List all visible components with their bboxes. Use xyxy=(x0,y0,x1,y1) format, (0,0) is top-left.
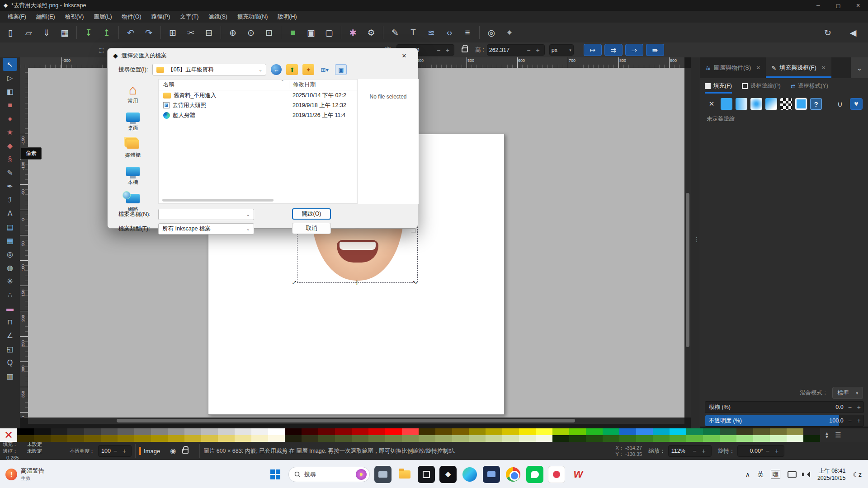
palette-swatch[interactable] xyxy=(728,428,737,435)
blend-mode-select[interactable]: 標準 ▾ xyxy=(832,387,863,399)
tool-calligraphy[interactable]: ℐ xyxy=(3,193,17,206)
preview-pane-button[interactable]: ▣ xyxy=(335,64,347,75)
tool-pencil[interactable]: ✎ xyxy=(3,166,17,179)
mail-app-icon[interactable] xyxy=(483,466,500,483)
palette-swatch[interactable] xyxy=(494,428,503,435)
palette-swatch[interactable] xyxy=(812,428,821,435)
print-icon[interactable]: ▦ xyxy=(56,24,73,41)
palette-swatch[interactable] xyxy=(528,435,536,442)
palette-swatch[interactable] xyxy=(736,428,745,435)
palette-swatch[interactable] xyxy=(778,435,787,442)
filename-input[interactable]: ⌄ xyxy=(158,209,254,220)
palette-swatch[interactable] xyxy=(93,435,101,442)
palette-swatch[interactable] xyxy=(578,435,586,442)
palette-swatch[interactable] xyxy=(419,435,427,442)
palette-swatch[interactable] xyxy=(787,428,795,435)
maximize-button[interactable]: ▢ xyxy=(828,0,848,11)
palette-swatch[interactable] xyxy=(645,435,653,442)
palette-swatch[interactable] xyxy=(661,435,670,442)
file-explorer-icon[interactable] xyxy=(396,466,413,483)
palette-swatch[interactable] xyxy=(661,428,670,435)
palette-swatch[interactable] xyxy=(293,435,302,442)
weather-widget[interactable]: ! 高溫警告 生效 xyxy=(0,467,86,482)
palette-swatch[interactable] xyxy=(569,435,578,442)
width-plus[interactable]: + xyxy=(443,47,452,54)
palette-swatch[interactable] xyxy=(762,428,770,435)
address-chevron-icon[interactable]: ⌄ xyxy=(259,67,262,72)
close-button[interactable]: ✕ xyxy=(848,0,868,11)
filename-chevron-icon[interactable]: ⌄ xyxy=(246,212,250,217)
subtab-stroke-style[interactable]: ⇄ 邊框樣式(Y) xyxy=(791,78,828,94)
palette-swatch[interactable] xyxy=(76,428,85,435)
palette-swatch[interactable] xyxy=(126,435,135,442)
palette-swatch[interactable] xyxy=(461,435,469,442)
palette-swatch[interactable] xyxy=(745,428,754,435)
back-button[interactable]: ← xyxy=(271,64,282,75)
palette-swatch[interactable] xyxy=(410,435,419,442)
palette-swatch[interactable] xyxy=(318,428,327,435)
palette-swatch[interactable] xyxy=(502,435,511,442)
palette-swatch[interactable] xyxy=(594,428,603,435)
palette-swatch[interactable] xyxy=(461,428,469,435)
tool-bezier-pen[interactable]: ✒ xyxy=(3,180,17,193)
minimize-button[interactable]: ─ xyxy=(808,0,828,11)
palette-swatch[interactable] xyxy=(184,435,193,442)
search-placeholder[interactable]: 搜尋 xyxy=(304,470,316,479)
menu-檔案(F)[interactable]: 檔案(F) xyxy=(3,11,31,23)
filetype-select[interactable]: 所有 Inkscape 檔案 ⌄ xyxy=(158,223,254,235)
palette-swatch[interactable] xyxy=(636,428,645,435)
flat-color-button[interactable] xyxy=(721,98,732,110)
palette-swatch[interactable] xyxy=(226,435,235,442)
palette-swatch[interactable] xyxy=(619,428,628,435)
palette-swatch[interactable] xyxy=(778,428,787,435)
fill-bounded-area-icon[interactable]: ■ xyxy=(284,24,302,41)
palette-swatch[interactable] xyxy=(243,435,252,442)
palette-swatch[interactable] xyxy=(653,435,661,442)
palette-swatch[interactable] xyxy=(586,435,594,442)
chrome-icon[interactable] xyxy=(505,466,522,483)
dock-resize-grip[interactable]: ⋮ xyxy=(691,57,700,442)
no-color-swatch[interactable]: ✕ xyxy=(0,428,17,442)
file-name-cell[interactable]: 舊資料_不用進入 xyxy=(159,92,289,99)
palette-swatch[interactable] xyxy=(84,428,93,435)
palette-swatch[interactable] xyxy=(201,428,210,435)
palette-swatch[interactable] xyxy=(762,435,770,442)
palette-swatch[interactable] xyxy=(736,435,745,442)
sidebar-item-pc[interactable]: 本機 xyxy=(126,165,140,186)
palette-swatch[interactable] xyxy=(260,428,269,435)
palette-swatch[interactable] xyxy=(695,428,703,435)
palette-swatch[interactable] xyxy=(536,435,544,442)
palette-swatch[interactable] xyxy=(670,428,678,435)
palette-swatch[interactable] xyxy=(235,435,243,442)
palette-swatch[interactable] xyxy=(803,435,812,442)
palette-swatch[interactable] xyxy=(803,428,812,435)
palette-menu-icon[interactable]: ☰ xyxy=(832,428,844,442)
palette-swatch[interactable] xyxy=(703,428,712,435)
photos-app-icon[interactable] xyxy=(418,466,435,483)
open-button[interactable]: 開啟(O) xyxy=(292,208,331,220)
dock-chevron-icon[interactable]: ⌄ xyxy=(851,57,868,78)
menu-濾鏡(S)[interactable]: 濾鏡(S) xyxy=(203,11,232,23)
file-name-cell[interactable]: 超人身體 xyxy=(159,112,289,119)
import-icon[interactable]: ↧ xyxy=(80,24,97,41)
palette-swatch[interactable] xyxy=(360,428,369,435)
palette-swatch[interactable] xyxy=(59,428,68,435)
palette-swatch[interactable] xyxy=(210,435,218,442)
palette-swatch[interactable] xyxy=(176,428,185,435)
search-highlight-image[interactable] xyxy=(356,469,367,480)
tab-label[interactable]: 圖層與物件(S) xyxy=(714,64,751,72)
group-icon[interactable]: ▣ xyxy=(302,24,320,41)
address-combo[interactable]: 【05】五年級資料 ⌄ xyxy=(152,64,266,75)
sidebar-item-libraries[interactable]: 媒體櫃 xyxy=(125,138,141,159)
opacity-slider[interactable]: 不透明度 (%) 100.0 − + xyxy=(705,415,864,427)
palette-swatch[interactable] xyxy=(695,435,703,442)
fill-rule-evenodd-icon[interactable]: ♥ xyxy=(850,98,863,110)
preferences-icon[interactable]: ⚙ xyxy=(363,24,380,41)
palette-swatch[interactable] xyxy=(645,428,653,435)
menu-圖層(L)[interactable]: 圖層(L) xyxy=(89,11,117,23)
find-replace-icon[interactable]: ◎ xyxy=(483,24,500,41)
tool-selector[interactable]: ↖ xyxy=(3,58,17,71)
file-row[interactable]: 超人身體2019/11/26 上午 11:4 xyxy=(159,110,357,120)
palette-swatch[interactable] xyxy=(628,428,637,435)
blur-minus[interactable]: − xyxy=(845,404,854,411)
